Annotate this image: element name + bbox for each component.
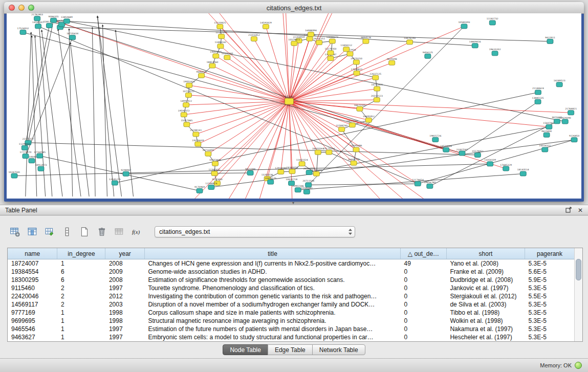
table-cell[interactable]: 0 <box>401 300 447 309</box>
zoom-window-button[interactable] <box>28 5 34 11</box>
table-cell[interactable]: 5.6E-5 <box>525 268 575 276</box>
table-row[interactable]: 911546021997Tourette syndrome. Phenomeno… <box>8 284 575 292</box>
table-mode-button[interactable] <box>7 225 23 239</box>
table-cell[interactable]: 1 <box>57 333 105 341</box>
table-cell[interactable]: 5.9E-5 <box>525 276 575 284</box>
graph-node[interactable]: 11361632 <box>209 168 221 176</box>
table-cell[interactable]: 5.3E-5 <box>525 284 575 292</box>
graph-node[interactable]: 19456780 <box>424 181 435 189</box>
graph-node[interactable]: 10714490 <box>202 149 214 157</box>
table-cell[interactable]: 1997 <box>105 284 145 292</box>
graph-node[interactable]: 21764821 <box>565 107 577 115</box>
graph-node[interactable]: 9298987 <box>121 169 131 177</box>
table-cell[interactable]: 18724007 <box>8 259 57 268</box>
table-cell[interactable]: Stergiakouli et al. (2012) <box>446 292 525 300</box>
graph-node[interactable]: 15017885 <box>181 119 192 127</box>
table-cell[interactable]: 1997 <box>105 333 145 341</box>
table-cell[interactable]: 9699695 <box>8 317 57 325</box>
table-row[interactable]: 1938455462009Genome-wide association stu… <box>8 268 575 276</box>
table-cell[interactable]: 9115460 <box>8 284 57 292</box>
graph-node[interactable]: 20711504 <box>302 180 314 187</box>
table-cell[interactable]: 2 <box>57 292 105 300</box>
table-cell[interactable]: 19384554 <box>8 268 57 276</box>
graph-node[interactable]: 14809416 <box>469 40 481 48</box>
column-header-pagerank[interactable]: pagerank <box>525 248 575 259</box>
graph-node[interactable]: 19591072 <box>178 110 190 117</box>
graph-node[interactable]: 19374639 <box>192 139 204 147</box>
graph-node[interactable]: 12045275 <box>109 178 121 186</box>
graph-node[interactable]: 15210825 <box>214 21 226 29</box>
table-cell[interactable]: Tibbo et al. (1998) <box>446 309 525 317</box>
graph-node[interactable]: 21782903 <box>31 13 43 21</box>
table-row[interactable]: 2242004622012Investigating the contribut… <box>8 292 575 300</box>
table-cell[interactable]: Embryonic stem cells: a model to study s… <box>144 333 400 341</box>
close-panel-button[interactable]: ✕ <box>578 207 583 213</box>
import-table-button[interactable] <box>112 225 127 239</box>
window-titlebar[interactable]: citations_edges.txt <box>4 2 584 14</box>
table-cell[interactable]: 0 <box>401 276 447 284</box>
column-header-name[interactable]: name <box>8 248 57 259</box>
table-cell[interactable]: 2008 <box>105 259 145 268</box>
tab-network-table[interactable]: Network Table <box>312 344 365 355</box>
graph-node[interactable]: 10713512 <box>183 90 194 98</box>
table-cell[interactable]: Franke et al. (2009) <box>446 268 525 276</box>
column-header-title[interactable]: title <box>144 248 400 259</box>
graph-node[interactable]: 10375180 <box>221 52 233 60</box>
table-cell[interactable]: 14569117 <box>8 300 57 309</box>
graph-node[interactable]: 18380055 <box>286 166 298 174</box>
graph-node[interactable]: 16643770 <box>348 158 360 166</box>
table-cell[interactable]: 9465546 <box>8 325 57 333</box>
graph-node[interactable]: 18143514 <box>517 168 529 176</box>
table-cell[interactable]: 0 <box>401 268 447 276</box>
table-row[interactable]: 946362711997Embryonic stem cells: a mode… <box>8 333 575 341</box>
table-cell[interactable]: 6 <box>57 268 105 276</box>
table-cell[interactable]: Hescheler et al. (1997) <box>446 333 525 341</box>
table-cell[interactable]: 0 <box>401 284 447 292</box>
graph-node[interactable]: 9615800 <box>541 130 552 138</box>
table-cell[interactable]: 1997 <box>105 325 145 333</box>
graph-node[interactable]: 16016311 <box>539 144 551 152</box>
table-cell[interactable]: 2 <box>57 284 105 292</box>
table-cell[interactable]: 1998 <box>105 309 145 317</box>
table-cell[interactable]: 1 <box>57 317 105 325</box>
table-cell[interactable]: 1 <box>57 259 105 268</box>
graph-node[interactable]: 15579051 <box>472 150 484 158</box>
function-builder-button[interactable]: f(x) <box>129 225 144 239</box>
table-cell[interactable]: Structural magnetic resonance image aver… <box>144 317 400 325</box>
delete-table-button[interactable] <box>94 225 110 239</box>
scrollbar-thumb[interactable] <box>576 259 581 280</box>
table-cell[interactable]: Estimation of the future numbers of pati… <box>144 325 400 333</box>
table-cell[interactable]: Nakamura et al. (1997) <box>446 325 525 333</box>
network-canvas[interactable]: 1521082512147097134861611900784518851960… <box>7 13 581 199</box>
tab-node-table[interactable]: Node Table <box>223 344 268 355</box>
network-table-selector[interactable]: citations_edges.txt <box>155 226 355 237</box>
graph-node[interactable]: 9456125 <box>423 51 433 59</box>
edit-columns-button[interactable] <box>42 225 57 239</box>
graph-node[interactable]: 9894528 <box>361 36 371 44</box>
table-cell[interactable]: Tourette syndrome. Phenomenology and cla… <box>144 284 400 292</box>
show-columns-button[interactable] <box>25 225 40 239</box>
table-cell[interactable]: 9777169 <box>8 309 57 317</box>
table-cell[interactable]: 0 <box>401 309 447 317</box>
graph-node[interactable]: 14185041 <box>301 187 313 194</box>
minimize-window-button[interactable] <box>18 5 25 11</box>
table-row[interactable]: 977716911998Corpus callosum shape and si… <box>8 309 575 317</box>
table-cell[interactable]: Jankovic et al. (1997) <box>446 284 525 292</box>
table-row[interactable]: 1456911722003Disruption of a novel membe… <box>8 300 575 309</box>
table-cell[interactable]: 2012 <box>105 292 145 300</box>
float-panel-button[interactable] <box>565 207 572 214</box>
graph-node[interactable]: 14591829 <box>260 21 272 29</box>
graph-node[interactable]: 11661024 <box>296 159 308 166</box>
graph-node[interactable]: 14991922 <box>180 100 192 107</box>
graph-node[interactable]: 9422911 <box>545 36 555 44</box>
graph-node[interactable]: 11299015 <box>19 143 31 150</box>
graph-node[interactable]: 16672105 <box>354 104 365 112</box>
table-cell[interactable]: 0 <box>401 292 447 300</box>
table-cell[interactable]: Corpus callosum shape and size in male p… <box>144 309 400 317</box>
graph-node[interactable]: 15607814 <box>543 122 555 129</box>
table-cell[interactable]: Yano et al. (2008) <box>446 259 525 268</box>
tab-edge-table[interactable]: Edge Table <box>268 344 313 355</box>
graph-node[interactable]: 18851960 <box>206 61 218 69</box>
table-cell[interactable]: 18300295 <box>8 276 57 284</box>
table-cell[interactable]: 49 <box>401 259 447 268</box>
